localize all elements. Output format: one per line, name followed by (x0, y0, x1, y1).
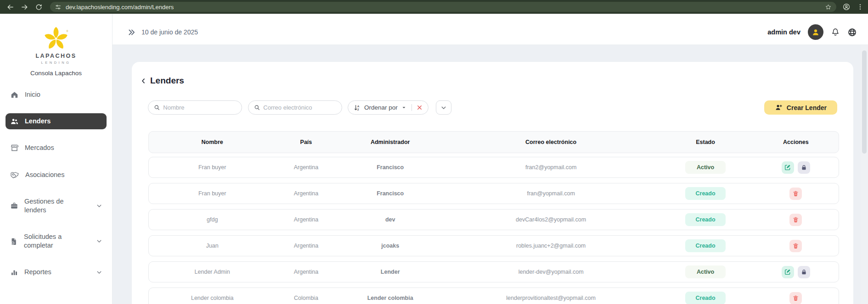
cell-nombre: gfdg (149, 216, 276, 223)
cell-correo: lenderprovitionaltest@yopmail.com (444, 295, 658, 301)
cell-administrador: Lender (337, 269, 444, 275)
back-chevron-icon[interactable] (140, 77, 147, 84)
scrollbar-thumb[interactable] (862, 50, 867, 154)
more-filters-button[interactable] (436, 100, 451, 115)
lapachos-flower-icon: ® (42, 26, 70, 50)
delete-button[interactable] (789, 188, 802, 200)
lock-button[interactable] (798, 161, 810, 174)
cell-administrador: dev (337, 216, 444, 223)
avatar[interactable] (808, 24, 823, 40)
cell-acciones (753, 292, 839, 304)
briefcase-icon (10, 202, 18, 210)
browser-menu-icon[interactable] (857, 3, 864, 11)
sidebar-item-reportes[interactable]: Reportes (6, 264, 107, 280)
table-row[interactable]: Fran buyer Argentina Francisco fran@yopm… (148, 183, 839, 204)
status-badge: Creado (685, 213, 726, 226)
browser-forward-icon[interactable] (21, 3, 28, 11)
bookmark-star-icon[interactable] (825, 4, 832, 11)
browser-back-icon[interactable] (6, 3, 14, 11)
cell-pais: Argentina (276, 243, 336, 249)
cell-pais: Argentina (276, 269, 336, 275)
email-filter (248, 100, 342, 115)
cell-administrador: Lender colombia (337, 295, 444, 301)
console-label: Consola Lapachos (0, 70, 112, 77)
sidebar-item-label: Asociaciones (25, 171, 64, 179)
cell-acciones (753, 188, 839, 200)
email-search-input[interactable] (263, 104, 336, 111)
delete-button[interactable] (789, 240, 802, 252)
sidebar-nav: Inicio Lenders Mercados Asociaciones Ges (0, 87, 112, 280)
edit-button[interactable] (782, 266, 794, 278)
bar-chart-icon (10, 268, 18, 276)
table-row[interactable]: gfdg Argentina dev devCar4los2@yopmail.c… (148, 209, 839, 230)
sidebar-item-lenders[interactable]: Lenders (6, 113, 107, 129)
sort-az-icon: AZ (354, 104, 361, 111)
table-row[interactable]: Lender Admin Argentina Lender lender-dev… (148, 261, 839, 282)
status-badge: Creado (685, 292, 726, 304)
sidebar-collapse-icon[interactable] (127, 28, 136, 37)
user-name: admin dev (767, 28, 800, 36)
table-row[interactable]: Juan Argentina jcoaks robles.juanc+2@gma… (148, 235, 839, 256)
person-icon (811, 28, 820, 37)
cell-estado: Creado (658, 187, 753, 200)
users-icon (10, 117, 19, 126)
table-row[interactable]: Fran buyer Argentina Francisco fran2@yop… (148, 157, 839, 178)
sidebar-item-gestiones[interactable]: Gestiones de lenders (6, 193, 107, 218)
cell-nombre: Lender Admin (149, 269, 276, 275)
notifications-bell-icon[interactable] (831, 28, 840, 37)
sidebar-item-label: Reportes (24, 268, 51, 276)
column-header-pais: País (276, 139, 336, 145)
cell-estado: Creado (658, 239, 753, 252)
table-row[interactable]: Lender colombia Colombia Lender colombia… (148, 287, 839, 304)
svg-text:Z: Z (357, 108, 359, 111)
cell-acciones (753, 161, 839, 174)
edit-icon (784, 268, 791, 276)
user-area: admin dev (767, 24, 857, 40)
browser-reload-icon[interactable] (35, 3, 43, 11)
name-search-input[interactable] (163, 104, 236, 111)
cell-pais: Argentina (276, 216, 336, 223)
cell-acciones (753, 240, 839, 252)
svg-text:®: ® (66, 30, 68, 33)
trash-icon (792, 295, 799, 302)
page-title-text: Lenders (150, 76, 184, 86)
cell-nombre: Lender colombia (149, 295, 276, 301)
table-header: Nombre País Administrador Correo electró… (148, 131, 839, 153)
app-window: ® LAPACHOS LENDING Consola Lapachos Inic… (0, 14, 868, 304)
sidebar-item-mercados[interactable]: Mercados (6, 140, 107, 156)
chevron-down-icon (96, 269, 102, 276)
divider (411, 104, 412, 111)
delete-button[interactable] (789, 292, 802, 304)
sidebar-item-inicio[interactable]: Inicio (6, 87, 107, 103)
url-text: dev.lapachoslending.com/admin/Lenders (66, 4, 174, 11)
home-icon (10, 90, 19, 99)
column-header-correo: Correo electrónico (444, 139, 658, 145)
top-bar: 10 de junio de 2025 admin dev (113, 14, 868, 45)
status-badge: Creado (685, 239, 726, 252)
clear-sort-icon[interactable] (417, 105, 423, 111)
cell-correo: robles.juanc+2@gmail.com (444, 243, 658, 249)
cell-estado: Activo (658, 161, 753, 174)
lock-button[interactable] (798, 266, 810, 278)
address-bar[interactable]: dev.lapachoslending.com/admin/Lenders (50, 2, 836, 12)
name-filter (148, 100, 242, 115)
vertical-scrollbar[interactable] (861, 45, 868, 304)
sidebar-item-asociaciones[interactable]: Asociaciones (6, 166, 107, 183)
cell-correo: lender-dev@yopmail.com (444, 269, 658, 275)
browser-profile-icon[interactable] (842, 3, 851, 11)
sort-by-label: Ordenar por (364, 104, 398, 111)
cell-correo: fran2@yopmail.com (444, 164, 658, 171)
site-settings-icon[interactable] (55, 4, 62, 11)
create-lender-button[interactable]: Crear Lender (764, 100, 837, 115)
logo-title: LAPACHOS (0, 53, 112, 59)
lock-icon (800, 269, 807, 276)
delete-button[interactable] (789, 214, 802, 226)
language-globe-icon[interactable] (847, 28, 857, 37)
status-badge: Creado (685, 187, 726, 200)
current-date: 10 de junio de 2025 (141, 28, 198, 36)
edit-button[interactable] (782, 161, 794, 174)
trash-icon (792, 243, 799, 249)
sort-by-dropdown[interactable]: AZ Ordenar por (348, 100, 428, 115)
sidebar-item-solicitudes[interactable]: Solicitudes a completar (6, 229, 107, 254)
search-icon (154, 104, 160, 111)
